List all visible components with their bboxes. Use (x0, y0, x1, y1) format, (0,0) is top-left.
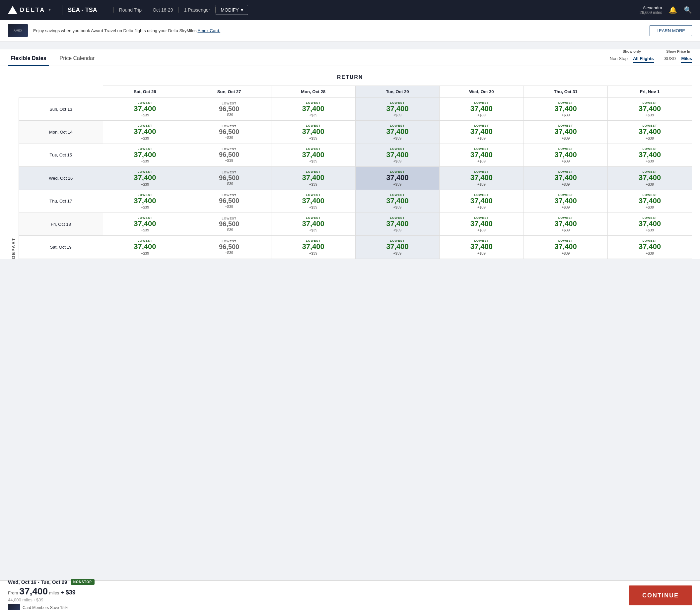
price-table: Sat, Oct 26 Sun, Oct 27 Mon, Oct 28 Tue,… (19, 85, 692, 259)
show-only-filter: Show only Non Stop All Flights (610, 49, 654, 63)
table-row: Mon, Oct 14 LOWEST 37,400 +$39 LOWEST 96… (19, 121, 692, 144)
row-label-tue-oct15: Tue, Oct 15 (19, 144, 103, 166)
table-row: Sat, Oct 19 LOWEST 37,400 +$39 LOWEST 96… (19, 236, 692, 259)
search-icon[interactable]: 🔍 (684, 6, 692, 14)
cell-fri18-wed30[interactable]: LOWEST 37,400 +$39 (439, 212, 524, 235)
delta-logo-text: DELTA (20, 6, 45, 14)
cell-tue15-tue29[interactable]: LOWEST 37,400 +$39 (355, 144, 439, 166)
col-header-mon-oct28: Mon, Oct 28 (271, 86, 355, 98)
delta-triangle-icon (8, 6, 17, 14)
header-divider-2 (108, 5, 108, 15)
show-only-label: Show only (623, 49, 641, 53)
table-row: Fri, Oct 18 LOWEST 37,400 +$39 LOWEST 96… (19, 212, 692, 235)
cell-wed16-wed30[interactable]: LOWEST 37,400 +$39 (439, 167, 524, 190)
filter-nonstop[interactable]: Non Stop (610, 55, 628, 63)
notification-bell-icon[interactable]: 🔔 (669, 6, 677, 14)
delta-logo[interactable]: DELTA ✦ (8, 6, 51, 14)
cell-thu17-thu31[interactable]: LOWEST 37,400 +$39 (524, 190, 608, 212)
cell-tue15-fri-nov1[interactable]: LOWEST 37,400 +$39 (608, 144, 692, 166)
cell-fri18-tue29[interactable]: LOWEST 37,400 +$39 (355, 212, 439, 235)
cell-thu17-fri-nov1[interactable]: LOWEST 37,400 +$39 (608, 190, 692, 212)
calendar-wrapper: DEPART Sat, Oct 26 Sun, Oct 27 Mon, Oct … (8, 85, 692, 259)
cell-sat19-sun27[interactable]: LOWEST 96,500 +$39 (187, 236, 271, 259)
tab-flexible-dates[interactable]: Flexible Dates (8, 51, 49, 66)
cell-wed16-thu31[interactable]: LOWEST 37,400 +$39 (524, 167, 608, 190)
cell-wed16-mon28[interactable]: LOWEST 37,400 +$39 (271, 167, 355, 190)
row-label-sat-oct19: Sat, Oct 19 (19, 236, 103, 259)
cell-sat19-tue29[interactable]: LOWEST 37,400 +$39 (355, 236, 439, 259)
cell-sun13-sun27[interactable]: LOWEST 96,500 +$39 (187, 98, 271, 121)
show-price-in-filter: Show Price In $USD Miles (665, 49, 692, 63)
filter-usd[interactable]: $USD (665, 55, 676, 63)
promo-link[interactable]: Amex Card. (197, 28, 220, 33)
route-label: SEA - TSA (68, 6, 97, 14)
table-row: Sun, Oct 13 LOWEST 37,400 +$39 LOWEST 96… (19, 98, 692, 121)
cell-sat19-wed30[interactable]: LOWEST 37,400 +$39 (439, 236, 524, 259)
cell-mon14-wed30[interactable]: LOWEST 37,400 +$39 (439, 121, 524, 144)
tabs-filters-bar: Flexible Dates Price Calendar Show only … (0, 49, 700, 66)
table-row: Thu, Oct 17 LOWEST 37,400 +$39 LOWEST 96… (19, 190, 692, 212)
cell-wed16-sun27[interactable]: LOWEST 96,500 +$39 (187, 167, 271, 190)
cell-thu17-tue29[interactable]: LOWEST 37,400 +$39 (355, 190, 439, 212)
tab-price-calendar[interactable]: Price Calendar (57, 51, 97, 66)
cell-thu17-sun27[interactable]: LOWEST 96,500 +$39 (187, 190, 271, 212)
stop-filter-options: Non Stop All Flights (610, 55, 654, 63)
table-row: Wed, Oct 16 LOWEST 37,400 +$39 LOWEST 96… (19, 167, 692, 190)
cell-mon14-thu31[interactable]: LOWEST 37,400 +$39 (524, 121, 608, 144)
cell-fri18-sat26[interactable]: LOWEST 37,400 +$39 (103, 212, 187, 235)
cell-fri18-mon28[interactable]: LOWEST 37,400 +$39 (271, 212, 355, 235)
cell-tue15-sat26[interactable]: LOWEST 37,400 +$39 (103, 144, 187, 166)
trip-dates: Oct 16-29 (147, 7, 178, 13)
col-header-fri-nov1: Fri, Nov 1 (608, 86, 692, 98)
cell-mon14-mon28[interactable]: LOWEST 37,400 +$39 (271, 121, 355, 144)
cell-tue15-wed30[interactable]: LOWEST 37,400 +$39 (439, 144, 524, 166)
return-label: RETURN (8, 74, 692, 80)
modify-button[interactable]: MODIFY ▾ (216, 5, 248, 15)
cell-sun13-wed30[interactable]: LOWEST 37,400 +$39 (439, 98, 524, 121)
cell-sun13-fri-nov1[interactable]: LOWEST 37,400 +$39 (608, 98, 692, 121)
cell-sat19-mon28[interactable]: LOWEST 37,400 +$39 (271, 236, 355, 259)
row-label-wed-oct16: Wed, Oct 16 (19, 167, 103, 190)
cell-tue15-thu31[interactable]: LOWEST 37,400 +$39 (524, 144, 608, 166)
row-label-sun-oct13: Sun, Oct 13 (19, 98, 103, 121)
promo-text: Enjoy savings when you book Award Travel… (33, 28, 220, 33)
cell-mon14-fri-nov1[interactable]: LOWEST 37,400 +$39 (608, 121, 692, 144)
cell-sat19-fri-nov1[interactable]: LOWEST 37,400 +$39 (608, 236, 692, 259)
cell-sun13-thu31[interactable]: LOWEST 37,400 +$39 (524, 98, 608, 121)
main-header: DELTA ✦ SEA - TSA Round Trip Oct 16-29 1… (0, 0, 700, 20)
cell-sun13-mon28[interactable]: LOWEST 37,400 +$39 (271, 98, 355, 121)
cell-fri18-fri-nov1[interactable]: LOWEST 37,400 +$39 (608, 212, 692, 235)
row-label-fri-oct18: Fri, Oct 18 (19, 212, 103, 235)
chevron-down-icon: ▾ (241, 7, 243, 13)
cell-thu17-sat26[interactable]: LOWEST 37,400 +$39 (103, 190, 187, 212)
row-label-mon-oct14: Mon, Oct 14 (19, 121, 103, 144)
cell-wed16-fri-nov1[interactable]: LOWEST 37,400 +$39 (608, 167, 692, 190)
show-price-in-label: Show Price In (666, 49, 690, 53)
cell-mon14-sat26[interactable]: LOWEST 37,400 +$39 (103, 121, 187, 144)
col-header-sun-oct27: Sun, Oct 27 (187, 86, 271, 98)
cell-mon14-tue29[interactable]: LOWEST 37,400 +$39 (355, 121, 439, 144)
learn-more-button[interactable]: LEARN MORE (650, 25, 692, 36)
cell-fri18-sun27[interactable]: LOWEST 96,500 +$39 (187, 212, 271, 235)
col-header-wed-oct30: Wed, Oct 30 (439, 86, 524, 98)
cell-wed16-sat26[interactable]: LOWEST 37,400 +$39 (103, 167, 187, 190)
user-account[interactable]: Alexandra 26,609 miles (640, 5, 662, 15)
cell-thu17-wed30[interactable]: LOWEST 37,400 +$39 (439, 190, 524, 212)
credit-card-image: AMEX (8, 24, 28, 37)
cell-sun13-sat26[interactable]: LOWEST 37,400 +$39 (103, 98, 187, 121)
cell-tue15-mon28[interactable]: LOWEST 37,400 +$39 (271, 144, 355, 166)
user-name: Alexandra (640, 5, 662, 10)
cell-tue15-sun27[interactable]: LOWEST 96,500 +$39 (187, 144, 271, 166)
cell-sat19-thu31[interactable]: LOWEST 37,400 +$39 (524, 236, 608, 259)
cell-wed16-tue29[interactable]: LOWEST 37,400 +$39 (355, 167, 439, 190)
cell-mon14-sun27[interactable]: LOWEST 96,500 +$39 (187, 121, 271, 144)
price-grid: Sat, Oct 26 Sun, Oct 27 Mon, Oct 28 Tue,… (19, 85, 692, 259)
filter-all-flights[interactable]: All Flights (633, 55, 654, 63)
filter-miles[interactable]: Miles (681, 55, 692, 63)
cell-sun13-tue29[interactable]: LOWEST 37,400 +$39 (355, 98, 439, 121)
cell-sat19-sat26[interactable]: LOWEST 37,400 +$39 (103, 236, 187, 259)
cell-thu17-mon28[interactable]: LOWEST 37,400 +$39 (271, 190, 355, 212)
cell-fri18-thu31[interactable]: LOWEST 37,400 +$39 (524, 212, 608, 235)
user-miles: 26,609 miles (640, 10, 662, 15)
trip-info: Round Trip Oct 16-29 1 Passenger MODIFY … (113, 5, 640, 15)
